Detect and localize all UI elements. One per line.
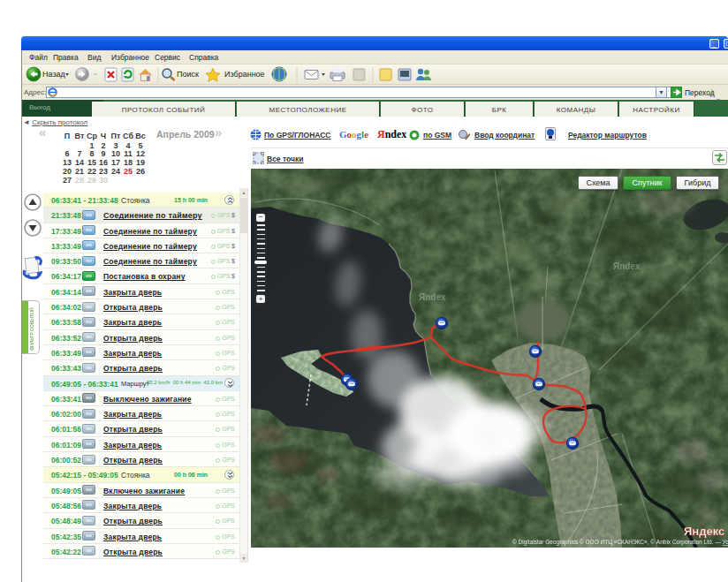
svg-text:Яндекс: Яндекс <box>684 525 724 538</box>
svg-text:Назад: Назад <box>42 70 66 79</box>
svg-text:Избранное: Избранное <box>224 70 265 79</box>
svg-text:Поиск: Поиск <box>177 70 199 79</box>
svg-text:Яndex: Яndex <box>613 261 641 271</box>
svg-text:© Digitalstar Geographics © ОО: © Digitalstar Geographics © ООО ИТЦ «СКА… <box>512 539 728 546</box>
svg-text:Яndex: Яndex <box>419 292 446 302</box>
